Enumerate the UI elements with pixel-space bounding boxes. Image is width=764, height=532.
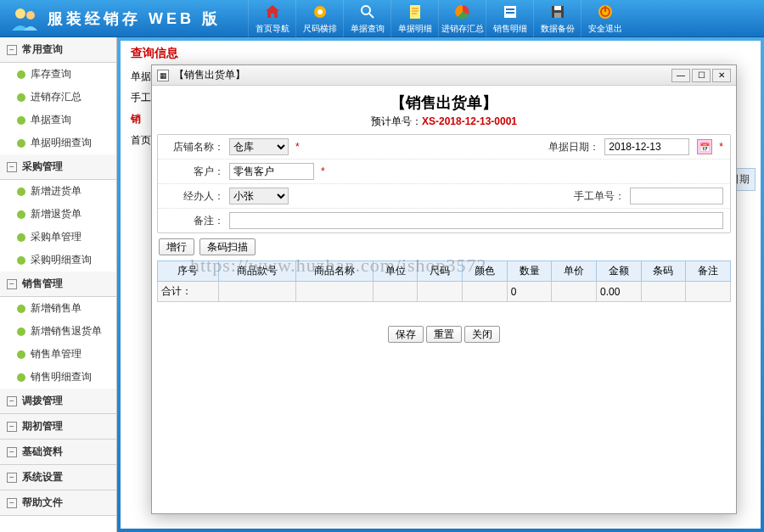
modal-titlebar[interactable]: ▦ 【销售出货单】 — ☐ ✕ xyxy=(152,65,736,86)
toolbar-label: 单据查询 xyxy=(351,23,385,35)
sum-amount: 0.00 xyxy=(596,282,641,302)
collapse-icon: − xyxy=(7,498,17,508)
item-label: 新增销售退货单 xyxy=(31,324,102,339)
bullet-icon xyxy=(17,139,25,148)
doc-subtitle: 预计单号：XS-2018-12-13-0001 xyxy=(152,115,736,134)
sidebar-group[interactable]: −系统设置 xyxy=(0,465,116,490)
sum-label: 合计： xyxy=(158,282,219,302)
operator-select[interactable]: 小张 xyxy=(229,188,289,204)
collapse-icon: − xyxy=(7,422,17,432)
sidebar-group[interactable]: −常用查询 xyxy=(0,37,116,63)
bullet-icon xyxy=(17,256,25,265)
sidebar-item[interactable]: 新增销售单 xyxy=(0,297,116,320)
collapse-icon: − xyxy=(7,473,17,483)
bullet-icon xyxy=(17,93,25,102)
nav-backup[interactable]: 数据备份 xyxy=(533,0,581,37)
nav-detail[interactable]: 单据明细 xyxy=(390,0,438,37)
svg-rect-6 xyxy=(410,5,420,19)
manual-no-input[interactable] xyxy=(630,188,723,204)
bullet-icon xyxy=(17,328,25,336)
sidebar-item[interactable]: 销售单管理 xyxy=(0,343,116,366)
nav-summary[interactable]: 进销存汇总 xyxy=(438,0,486,37)
grid-header: 尺码 xyxy=(418,261,463,282)
item-label: 销售明细查询 xyxy=(31,370,92,384)
group-label: 销售管理 xyxy=(22,277,63,291)
nav-exit[interactable]: 安全退出 xyxy=(581,0,628,37)
sidebar-group[interactable]: −销售管理 xyxy=(0,272,116,297)
sidebar-item[interactable]: 销售明细查询 xyxy=(0,366,116,389)
required-mark: * xyxy=(719,141,723,153)
barcode-scan-button[interactable]: 条码扫描 xyxy=(199,238,256,255)
group-label: 基础资料 xyxy=(22,445,63,459)
collapse-icon: − xyxy=(7,396,17,406)
bullet-icon xyxy=(17,70,25,79)
toolbar-label: 安全退出 xyxy=(588,23,622,35)
grid-header: 序号 xyxy=(158,261,219,282)
operator-label: 经办人： xyxy=(165,189,224,204)
remark-label: 备注： xyxy=(165,214,224,228)
bullet-icon xyxy=(17,116,25,125)
sidebar-item[interactable]: 单据查询 xyxy=(0,109,116,132)
line-items-grid: 序号商品款号商品名称单位尺码颜色数量单价金额条码备注 合计： 0 0.00 xyxy=(157,260,731,302)
save-button[interactable]: 保存 xyxy=(388,326,424,343)
svg-point-3 xyxy=(317,9,323,14)
sum-qty: 0 xyxy=(507,282,552,302)
nav-sales[interactable]: 销售明细 xyxy=(486,0,533,37)
svg-point-1 xyxy=(26,11,35,20)
summary-row: 合计： 0 0.00 xyxy=(158,282,731,302)
sidebar-group[interactable]: −采购管理 xyxy=(0,154,116,180)
calendar-icon[interactable]: 📅 xyxy=(697,139,712,154)
sidebar-item[interactable]: 进销存汇总 xyxy=(0,86,116,109)
group-label: 常用查询 xyxy=(22,42,63,57)
customer-input[interactable] xyxy=(229,163,314,180)
svg-rect-9 xyxy=(506,12,514,14)
nav-home[interactable]: 首页导航 xyxy=(248,0,295,37)
nav-size[interactable]: 尺码横排 xyxy=(295,0,343,37)
main-toolbar: 首页导航尺码横排单据查询单据明细进销存汇总销售明细数据备份安全退出 xyxy=(248,0,628,37)
add-row-button[interactable]: 增行 xyxy=(159,238,194,255)
sidebar-item[interactable]: 单据明细查询 xyxy=(0,132,116,154)
toolbar-label: 进销存汇总 xyxy=(441,23,484,35)
toolbar-label: 首页导航 xyxy=(256,23,289,35)
close-button[interactable]: ✕ xyxy=(712,69,731,82)
store-label: 店铺名称： xyxy=(165,140,224,154)
store-select[interactable]: 仓库 xyxy=(229,138,289,155)
sidebar-item[interactable]: 采购明细查询 xyxy=(0,249,116,272)
item-label: 新增退货单 xyxy=(31,207,81,221)
close-modal-button[interactable]: 关闭 xyxy=(464,326,500,343)
grid-header: 单位 xyxy=(373,261,418,282)
chart-icon xyxy=(453,3,472,21)
date-input[interactable] xyxy=(604,138,689,155)
modal-title: 【销售出货单】 xyxy=(174,68,670,82)
item-label: 新增进货单 xyxy=(31,184,81,199)
group-label: 系统设置 xyxy=(22,470,63,484)
svg-rect-12 xyxy=(554,13,561,18)
item-label: 单据查询 xyxy=(31,113,71,127)
sidebar-group[interactable]: −期初管理 xyxy=(0,414,116,440)
maximize-button[interactable]: ☐ xyxy=(692,69,711,82)
remark-input[interactable] xyxy=(229,212,723,229)
action-row: 保存 重置 关闭 xyxy=(152,302,736,367)
sidebar-group[interactable]: −基础资料 xyxy=(0,440,116,465)
grid-header: 金额 xyxy=(596,261,641,282)
sidebar: −常用查询库存查询进销存汇总单据查询单据明细查询−采购管理新增进货单新增退货单采… xyxy=(0,37,117,532)
svg-point-0 xyxy=(15,8,25,19)
manual-no-label: 手工单号： xyxy=(574,189,625,204)
sidebar-group[interactable]: −帮助文件 xyxy=(0,490,116,516)
reset-button[interactable]: 重置 xyxy=(426,326,462,343)
nav-query[interactable]: 单据查询 xyxy=(343,0,390,37)
doc2-icon xyxy=(501,3,520,21)
gear-icon xyxy=(311,3,329,21)
sidebar-item[interactable]: 新增进货单 xyxy=(0,180,116,203)
sidebar-item[interactable]: 采购单管理 xyxy=(0,226,116,249)
users-icon xyxy=(10,5,41,32)
sidebar-item[interactable]: 新增退货单 xyxy=(0,203,116,226)
bullet-icon xyxy=(17,350,25,359)
required-mark: * xyxy=(321,165,325,177)
minimize-button[interactable]: — xyxy=(671,69,690,82)
sidebar-group[interactable]: −调拨管理 xyxy=(0,389,116,414)
home-icon xyxy=(263,3,282,21)
grid-header: 商品款号 xyxy=(218,261,295,282)
sidebar-item[interactable]: 库存查询 xyxy=(0,63,116,86)
sidebar-item[interactable]: 新增销售退货单 xyxy=(0,320,116,343)
